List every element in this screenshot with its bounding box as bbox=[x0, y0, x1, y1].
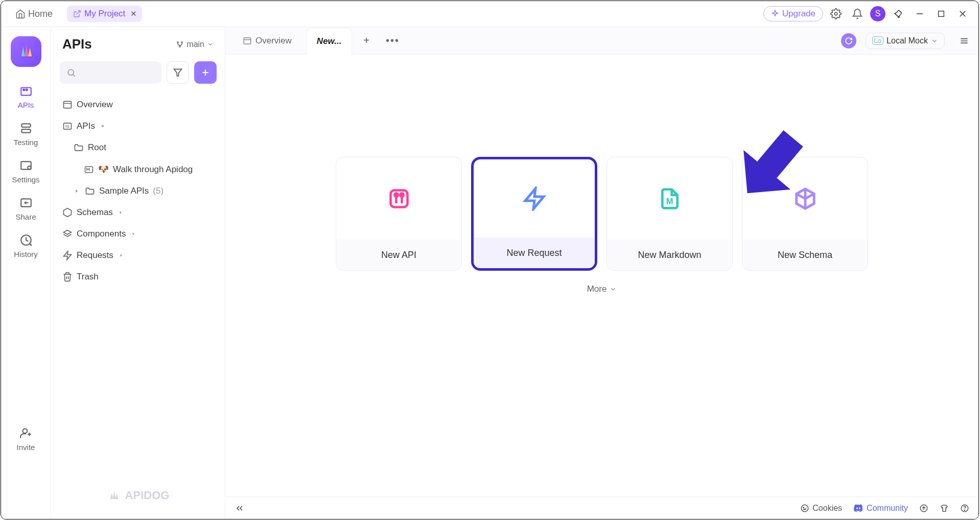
help-icon[interactable] bbox=[960, 504, 969, 513]
rail-share[interactable]: Share bbox=[1, 190, 51, 227]
settings-icon bbox=[19, 159, 33, 172]
window-minimize-icon[interactable] bbox=[911, 5, 928, 22]
card-new-api-label: New API bbox=[381, 250, 416, 261]
new-api-icon bbox=[388, 187, 410, 210]
svg-point-23 bbox=[68, 69, 74, 75]
chevron-right-icon bbox=[131, 231, 136, 237]
card-new-request[interactable]: New Request bbox=[471, 157, 597, 271]
svg-point-19 bbox=[177, 41, 179, 43]
rail-testing[interactable]: Testing bbox=[1, 115, 51, 153]
svg-marker-36 bbox=[133, 233, 134, 235]
user-avatar[interactable]: S bbox=[870, 6, 885, 21]
home-tab[interactable]: Home bbox=[8, 5, 60, 23]
add-button[interactable] bbox=[194, 61, 217, 84]
pin-icon[interactable] bbox=[890, 5, 907, 22]
trash-icon bbox=[62, 272, 73, 282]
tshirt-icon[interactable] bbox=[940, 504, 949, 513]
cookies-link[interactable]: Cookies bbox=[800, 504, 842, 513]
tree-components-label: Components bbox=[77, 229, 126, 239]
card-new-markdown[interactable]: M New Markdown bbox=[606, 157, 733, 271]
tree-schemas-label: Schemas bbox=[77, 207, 113, 218]
svg-text:9&: 9& bbox=[65, 125, 70, 128]
community-link[interactable]: Community bbox=[853, 503, 908, 513]
tree-root[interactable]: Root bbox=[58, 137, 218, 158]
tree-overview[interactable]: Overview bbox=[58, 94, 218, 115]
apis-icon bbox=[19, 84, 33, 98]
invite-icon bbox=[19, 427, 33, 440]
card-new-markdown-label: New Markdown bbox=[638, 250, 701, 261]
branch-label: main bbox=[186, 40, 204, 49]
app-logo[interactable] bbox=[11, 36, 41, 67]
svg-rect-45 bbox=[390, 190, 407, 207]
env-label: Local Mock bbox=[886, 36, 928, 45]
environment-selector[interactable]: Lo Local Mock bbox=[866, 33, 945, 49]
svg-marker-34 bbox=[76, 190, 78, 193]
filter-button[interactable] bbox=[167, 61, 189, 84]
window-close-icon[interactable] bbox=[954, 5, 971, 22]
menu-icon[interactable] bbox=[954, 33, 974, 49]
annotation-arrow bbox=[722, 111, 825, 213]
tree-sample-count: (5) bbox=[153, 186, 164, 196]
tab-new-label: New... bbox=[317, 36, 342, 46]
env-prefix: Lo bbox=[872, 36, 883, 45]
window-maximize-icon[interactable] bbox=[932, 5, 950, 22]
project-tab-label: My Project bbox=[84, 9, 125, 19]
branch-icon bbox=[176, 40, 184, 49]
requests-icon bbox=[62, 250, 73, 261]
share-icon bbox=[19, 196, 33, 209]
env-refresh-button[interactable] bbox=[841, 33, 856, 49]
tree-components[interactable]: Components bbox=[58, 223, 218, 245]
chevron-right-icon bbox=[74, 188, 81, 194]
tree-sample-label: Sample APIs bbox=[99, 186, 149, 196]
tree-schemas[interactable]: Schemas bbox=[58, 202, 218, 223]
tree-trash[interactable]: Trash bbox=[58, 266, 218, 288]
overview-tab-icon bbox=[243, 36, 252, 45]
close-project-icon[interactable]: ✕ bbox=[130, 9, 137, 18]
sparkle-icon bbox=[771, 10, 779, 18]
card-new-api[interactable]: New API bbox=[336, 157, 462, 271]
cookies-label: Cookies bbox=[812, 504, 842, 513]
tree-walkthrough[interactable]: 🐶 Walk through Apidog bbox=[58, 158, 218, 180]
tab-overview[interactable]: Overview bbox=[232, 27, 302, 54]
filter-icon bbox=[173, 67, 183, 78]
rail-testing-label: Testing bbox=[14, 138, 38, 147]
svg-point-46 bbox=[394, 193, 398, 197]
sidebar-title: APIs bbox=[62, 36, 92, 52]
rail-apis[interactable]: APIs bbox=[1, 78, 51, 115]
topbar: Home My Project ✕ Upgrade S bbox=[1, 1, 978, 27]
svg-marker-50 bbox=[525, 188, 544, 209]
branch-selector[interactable]: main bbox=[176, 40, 214, 49]
svg-point-55 bbox=[804, 509, 805, 510]
tab-more-icon[interactable]: ••• bbox=[381, 35, 405, 46]
rail-history[interactable]: History bbox=[1, 227, 51, 265]
home-icon bbox=[15, 9, 26, 19]
svg-point-1 bbox=[834, 12, 837, 15]
bell-icon[interactable] bbox=[849, 5, 866, 22]
tree-requests[interactable]: Requests bbox=[58, 245, 218, 266]
svg-rect-39 bbox=[244, 38, 251, 44]
sidebar-search[interactable] bbox=[59, 61, 161, 84]
tree-apis-label: APIs bbox=[77, 121, 95, 131]
svg-point-54 bbox=[805, 508, 806, 509]
upload-icon[interactable] bbox=[919, 504, 928, 513]
bottombar: Cookies Community bbox=[225, 497, 978, 519]
card-new-request-label: New Request bbox=[506, 248, 562, 258]
rail-settings[interactable]: Settings bbox=[1, 153, 51, 190]
more-button[interactable]: More bbox=[587, 284, 617, 294]
svg-marker-37 bbox=[64, 251, 72, 260]
tree-requests-label: Requests bbox=[77, 250, 113, 261]
tree-apis[interactable]: 9& APIs bbox=[58, 115, 218, 137]
upgrade-button[interactable]: Upgrade bbox=[763, 6, 823, 21]
add-tab-button[interactable]: + bbox=[356, 35, 377, 46]
collapse-sidebar-icon[interactable] bbox=[235, 503, 245, 513]
dog-emoji: 🐶 bbox=[98, 164, 109, 175]
tree-sample-apis[interactable]: Sample APIs (5) bbox=[58, 180, 218, 202]
tab-new[interactable]: New... bbox=[306, 28, 353, 55]
svg-rect-12 bbox=[21, 161, 31, 169]
project-tab[interactable]: My Project ✕ bbox=[67, 6, 142, 22]
rail-invite-label: Invite bbox=[17, 443, 35, 452]
settings-gear-icon[interactable] bbox=[827, 5, 845, 22]
rail-invite[interactable]: Invite bbox=[1, 420, 51, 458]
svg-text:M: M bbox=[666, 197, 673, 206]
svg-marker-32 bbox=[101, 126, 104, 128]
